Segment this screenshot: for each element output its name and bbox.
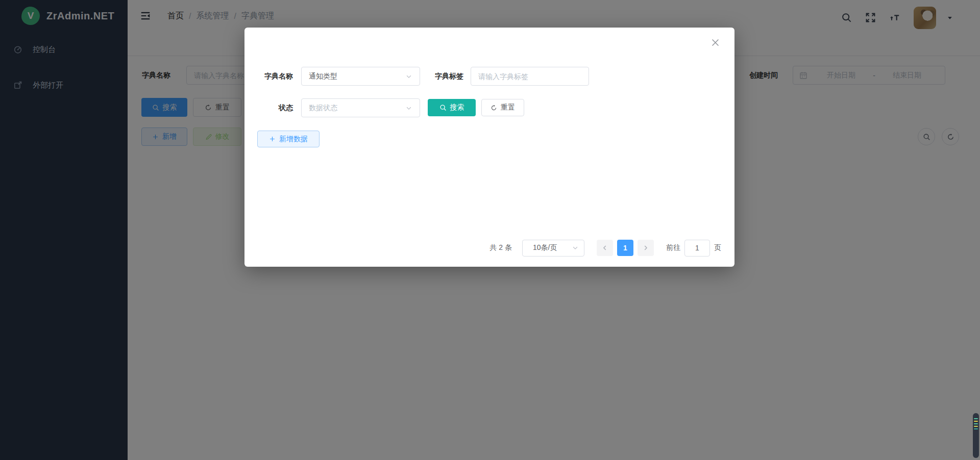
plus-icon (269, 136, 276, 142)
dialog-dict-tag-input[interactable] (471, 67, 589, 86)
page-1-button[interactable]: 1 (617, 240, 633, 256)
next-page-button[interactable] (638, 240, 654, 256)
page-size-select[interactable]: 10条/页 (522, 240, 584, 257)
chevron-down-icon (405, 105, 412, 112)
application-window: V ZrAdmin.NET 控制台外部打开 首页 / 系统管理 / 字典管理 字… (0, 0, 980, 460)
dialog-pagination: 共 2 条 10条/页 1 前往 页 (257, 239, 721, 257)
close-icon[interactable] (710, 38, 720, 47)
dialog-dict-tag-label: 字典标签 (423, 67, 463, 86)
dialog-status-placeholder: 数据状态 (309, 104, 405, 113)
dialog-add-data-label: 新增数据 (279, 135, 308, 144)
dialog-dict-name-label: 字典名称 (252, 67, 293, 86)
goto-page-input[interactable] (684, 240, 710, 257)
goto-unit-label: 页 (714, 243, 721, 252)
chevron-down-icon (405, 73, 412, 80)
dialog-reset-button[interactable]: 重置 (481, 99, 524, 116)
search-icon (439, 104, 447, 111)
scrollbar-thumb[interactable] (973, 413, 979, 458)
refresh-icon (491, 105, 497, 111)
chevron-down-icon (572, 244, 579, 251)
dialog-add-data-button[interactable]: 新增数据 (257, 131, 320, 147)
prev-page-button[interactable] (597, 240, 613, 256)
pagination-total: 共 2 条 (489, 243, 512, 252)
dialog-dict-name-value: 通知类型 (309, 72, 405, 81)
dialog-search-button-label: 搜索 (450, 103, 464, 112)
dialog-reset-button-label: 重置 (501, 103, 515, 112)
chevron-right-icon (642, 244, 649, 251)
dialog-dict-name-select[interactable]: 通知类型 (301, 67, 420, 86)
dialog-search-button[interactable]: 搜索 (428, 99, 476, 116)
dict-data-dialog: 字典名称 通知类型 字典标签 状态 数据状态 搜索 重置 新增数据 (244, 28, 734, 267)
dialog-status-label: 状态 (252, 98, 293, 117)
page-size-value: 10条/页 (533, 243, 572, 252)
chevron-left-icon (601, 244, 608, 251)
dialog-status-select[interactable]: 数据状态 (301, 98, 420, 117)
goto-label: 前往 (666, 243, 680, 252)
